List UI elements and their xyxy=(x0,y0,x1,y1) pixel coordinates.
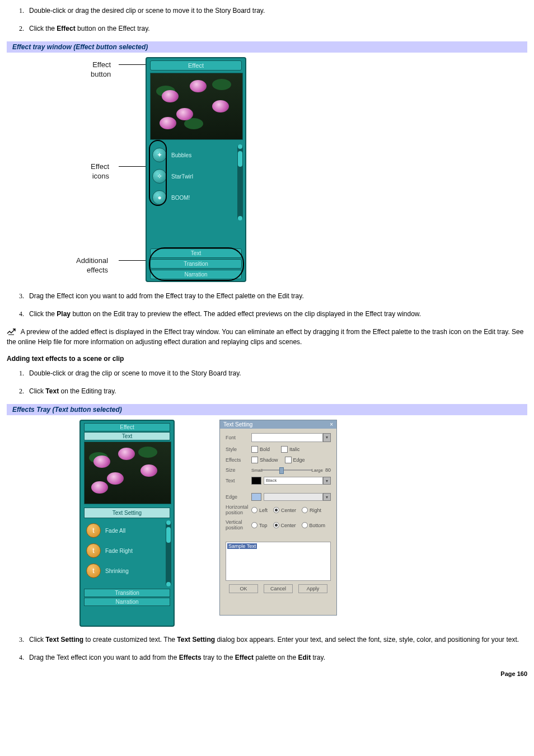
note-icon xyxy=(7,328,17,336)
callout-l1: Effect xyxy=(92,60,111,69)
text-item-shrinking[interactable]: t Shrinking xyxy=(84,561,170,581)
edge-label: Edge xyxy=(293,457,305,463)
note-text: A preview of the added effect is display… xyxy=(7,328,523,346)
effect-item-label: BOOM! xyxy=(171,195,190,201)
d4-m2: palette on the xyxy=(254,654,298,661)
sample-textarea[interactable]: Sample Text xyxy=(226,542,331,581)
page-number: Page 160 xyxy=(7,670,527,677)
edge-checkbox[interactable] xyxy=(285,457,292,463)
vpos-center-label: Center xyxy=(281,523,296,528)
font-field[interactable] xyxy=(251,433,323,442)
d4-b2: Effect xyxy=(235,654,254,661)
text-color-swatch[interactable] xyxy=(251,477,261,485)
step-c2-pre: Click xyxy=(29,387,45,395)
label-effects: Effects xyxy=(226,457,251,463)
vpos-top-label: Top xyxy=(259,523,268,528)
ok-button[interactable]: OK xyxy=(229,584,258,593)
step-c2: Click Text on the Editing tray. xyxy=(26,386,527,396)
edge-color-swatch[interactable] xyxy=(251,493,261,501)
font-dropdown[interactable]: ▾ xyxy=(323,433,331,442)
tab-text-selected[interactable]: Text xyxy=(84,432,170,440)
effect-item-label: StarTwirl xyxy=(171,173,193,180)
text-effect-list: t Fade All t Fade Right t Shrinking xyxy=(84,520,170,586)
steps-list-c: Double-click or drag the clip or scene t… xyxy=(7,368,527,396)
cancel-button[interactable]: Cancel xyxy=(264,584,293,593)
step-4-bold: Play xyxy=(57,310,71,318)
italic-checkbox[interactable] xyxy=(281,446,288,453)
bold-label: Bold xyxy=(260,447,270,452)
d4-pre: Drag the Text effect icon you want to ad… xyxy=(29,654,179,661)
step-4: Click the Play button on the Edit tray t… xyxy=(26,309,527,319)
shadow-checkbox[interactable] xyxy=(251,457,258,463)
effect-scrollbar[interactable] xyxy=(237,144,243,220)
text-scrollbar[interactable] xyxy=(166,520,171,586)
scroll-thumb[interactable] xyxy=(166,527,171,543)
step-c1: Double-click or drag the clip or scene t… xyxy=(26,368,527,378)
tab-transition[interactable]: Transition xyxy=(84,589,170,597)
section-bar-effect: Effect tray window (Effect button select… xyxy=(7,41,527,53)
hpos-left-label: Left xyxy=(259,508,268,513)
callout-additional: Additional effects xyxy=(76,256,108,275)
label-font: Font xyxy=(226,435,251,440)
callout-line-3 xyxy=(119,260,149,261)
vpos-center-radio[interactable] xyxy=(273,522,279,528)
text-setting-dialog: Text Setting × Font ▾ Style Bold Italic … xyxy=(219,420,337,616)
callout-l2: effects xyxy=(87,266,108,274)
step-2-pre: Click the xyxy=(29,25,57,32)
large-label: Large xyxy=(312,468,323,473)
section-bar-text: Effects Tray (Text button selected) xyxy=(7,404,527,415)
tab-narration[interactable]: Narration xyxy=(84,598,170,606)
step-c2-post: on the Editing tray. xyxy=(59,387,116,395)
edge-color-dropdown[interactable]: ▾ xyxy=(323,493,331,501)
hpos-right-label: Right xyxy=(310,508,321,513)
text-t-icon: t xyxy=(86,523,101,538)
shadow-label: Shadow xyxy=(260,457,278,463)
bold-checkbox[interactable] xyxy=(251,446,258,453)
hpos-center-radio[interactable] xyxy=(273,507,279,513)
d4-b1: Effects xyxy=(179,654,202,661)
close-icon[interactable]: × xyxy=(330,421,333,428)
apply-button[interactable]: Apply xyxy=(298,584,327,593)
label-size: Size xyxy=(226,467,251,473)
text-item-label: Shrinking xyxy=(105,568,129,574)
step-4-pre: Click the xyxy=(29,310,57,318)
text-item-fadeall[interactable]: t Fade All xyxy=(84,520,170,541)
heading-adding-text: Adding text effects to a scene or clip xyxy=(7,355,527,363)
note-preview: A preview of the added effect is display… xyxy=(7,327,527,347)
d4-post: tray. xyxy=(311,654,325,661)
size-slider[interactable] xyxy=(263,467,312,473)
text-color-field[interactable]: Black xyxy=(264,477,323,485)
d3-pre: Click xyxy=(29,636,45,644)
effect-item-label: Bubbles xyxy=(171,152,191,158)
step-4-post: button on the Edit tray to preview the e… xyxy=(71,310,421,318)
text-t-icon: t xyxy=(86,564,101,578)
steps-list-d: Click Text Setting to create customized … xyxy=(7,635,527,663)
hpos-right-radio[interactable] xyxy=(302,507,308,513)
text-color-dropdown[interactable]: ▾ xyxy=(323,477,331,485)
vpos-top-radio[interactable] xyxy=(251,522,257,528)
size-value: 80 xyxy=(325,467,331,473)
scroll-thumb[interactable] xyxy=(238,151,242,167)
tab-effect[interactable]: Effect xyxy=(150,60,242,71)
callout-circle-icons xyxy=(149,140,167,206)
text-setting-button[interactable]: Text Setting xyxy=(84,508,170,518)
d4-b3: Edit xyxy=(298,654,311,661)
vpos-bottom-radio[interactable] xyxy=(302,522,308,528)
step-2-post: button on the Effect tray. xyxy=(76,25,150,32)
callout-l2: button xyxy=(91,70,111,78)
d3-b2: Text Setting xyxy=(177,636,215,644)
label-style: Style xyxy=(226,447,251,452)
callout-l2: icons xyxy=(92,172,109,180)
effect-tray-panel: Effect ✦ Bubbles ✧ StarTwirl ● BOOM! xyxy=(146,57,246,282)
dialog-titlebar: Text Setting × xyxy=(220,420,336,429)
hpos-left-radio[interactable] xyxy=(251,507,257,513)
step-d4: Drag the Text effect icon you want to ad… xyxy=(26,652,527,663)
label-text: Text xyxy=(226,478,251,483)
text-item-faderight[interactable]: t Fade Right xyxy=(84,541,170,561)
d3-b1: Text Setting xyxy=(45,636,83,644)
step-2-bold: Effect xyxy=(57,25,75,32)
steps-list-b: Drag the Effect icon you want to add fro… xyxy=(7,291,527,319)
step-c2-bold: Text xyxy=(45,387,59,395)
d3-post: dialog box appears. Enter your text, and… xyxy=(215,636,519,644)
tab-effect[interactable]: Effect xyxy=(84,423,170,431)
